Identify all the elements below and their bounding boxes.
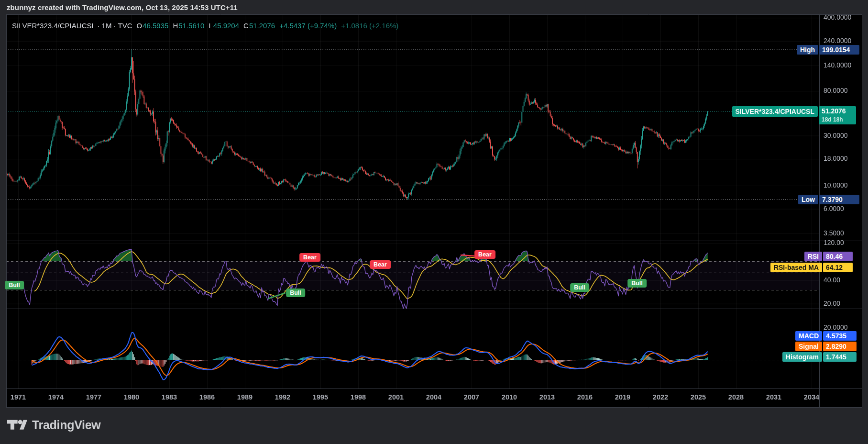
signal-tag-label: Signal	[795, 342, 822, 351]
time-tick-label: 2001	[388, 393, 404, 401]
current-price-tag: SILVER*323.4/CPIAUCSL 51.2076 18d 18h	[732, 106, 856, 124]
attribution-text: zbunnyz created with TradingView.com, Oc…	[7, 3, 238, 11]
bear-pill[interactable]: Bear	[370, 260, 391, 269]
time-tick-label: 1995	[313, 393, 328, 401]
histogram-tag-value: 1.7445	[823, 352, 857, 362]
rsi-tick-label: 40.00	[824, 276, 840, 284]
macd-tag-value: 4.5735	[823, 331, 857, 341]
price-tick-label: 140.0000	[824, 61, 851, 69]
macd-tag: MACD 4.5735	[795, 331, 857, 341]
price-tick-label: 3.5000	[824, 229, 844, 237]
rsi-ma-tag-value: 64.12	[823, 263, 853, 272]
change-absolute: +4.5437 (+9.74%)	[279, 22, 337, 30]
bull-pill[interactable]: Bull	[5, 281, 24, 289]
time-tick-label: 1980	[124, 393, 139, 401]
price-tick-label: 10.0000	[824, 181, 848, 189]
ohlc-value: 46.5935	[143, 22, 168, 30]
symbol-title[interactable]: SILVER*323.4/CPIAUCSL · 1M · TVC	[12, 22, 132, 30]
price-tick-label: 30.0000	[824, 132, 848, 139]
price-tick-label: 80.0000	[824, 87, 848, 94]
current-tag-symbol: SILVER*323.4/CPIAUCSL	[732, 106, 818, 117]
histogram-tag-label: Histogram	[782, 352, 822, 362]
time-tick-label: 2004	[426, 393, 441, 401]
time-tick-label: 2010	[502, 393, 517, 401]
tradingview-chart-page: zbunnyz created with TradingView.com, Oc…	[0, 0, 868, 444]
current-tag-value: 51.2076	[822, 107, 853, 116]
time-tick-label: 1977	[86, 393, 101, 401]
change-secondary: +1.0816 (+2.16%)	[341, 22, 398, 30]
current-tag-value-box: 51.2076 18d 18h	[819, 106, 856, 124]
ohlc-key: O	[136, 22, 142, 30]
time-tick-label: 2025	[691, 393, 706, 401]
rsi-tick-label: 20.00	[824, 300, 840, 307]
tradingview-logo-icon	[7, 418, 27, 432]
tradingview-logo[interactable]: TradingView	[7, 418, 101, 432]
price-tick-label: 18.0000	[824, 155, 848, 162]
ohlc-pair-h: H51.5610	[173, 22, 204, 30]
macd-tick-label: 20.0000	[824, 323, 848, 331]
price-tick-label: 6.0000	[824, 205, 844, 212]
low-tag-label: Low	[798, 195, 818, 204]
ohlc-key: C	[243, 22, 249, 30]
bull-pill[interactable]: Bull	[627, 279, 647, 288]
ohlc-pair-c: C51.2076	[243, 22, 275, 30]
tradingview-brand-text: TradingView	[32, 418, 101, 432]
high-tag-value: 199.0154	[819, 45, 859, 55]
high-price-tag: High 199.0154	[797, 45, 859, 55]
rsi-tag-label: RSI	[804, 252, 822, 261]
rsi-tick-label: 120.00	[824, 239, 844, 246]
signal-tag-value: 2.8290	[823, 342, 857, 351]
bull-pill[interactable]: Bull	[570, 283, 589, 292]
time-tick-label: 1989	[237, 393, 253, 401]
price-tick-label: 240.0000	[824, 37, 851, 44]
ohlc-values: O46.5935H51.5610L45.9204C51.2076	[136, 22, 275, 30]
rsi-ma-tag: RSI-based MA 64.12	[770, 263, 853, 272]
price-tick-label: 400.0000	[824, 13, 851, 21]
bear-pill[interactable]: Bear	[299, 253, 320, 262]
time-tick-label: 2013	[539, 393, 555, 401]
chart-canvas[interactable]	[0, 0, 868, 444]
time-tick-label: 1992	[275, 393, 290, 401]
low-price-tag: Low 7.3790	[798, 195, 859, 204]
bear-pill[interactable]: Bear	[474, 250, 495, 259]
bar-countdown: 18d 18h	[822, 116, 853, 124]
rsi-ma-tag-label: RSI-based MA	[770, 263, 822, 272]
rsi-tag-value: 80.46	[823, 252, 853, 261]
histogram-tag: Histogram 1.7445	[782, 352, 857, 362]
ohlc-pair-o: O46.5935	[136, 22, 168, 30]
time-tick-label: 2016	[577, 393, 593, 401]
time-tick-label: 2022	[653, 393, 668, 401]
ohlc-value: 51.2076	[249, 22, 275, 30]
time-tick-label: 2034	[804, 393, 819, 401]
time-tick-label: 1971	[11, 393, 26, 401]
bull-pill[interactable]: Bull	[286, 289, 305, 297]
macd-tag-label: MACD	[795, 331, 822, 341]
time-tick-label: 1974	[48, 393, 64, 401]
time-tick-label: 1983	[162, 393, 177, 401]
time-tick-label: 2031	[766, 393, 781, 401]
time-tick-label: 1986	[199, 393, 215, 401]
time-tick-label: 2028	[728, 393, 744, 401]
rsi-tag: RSI 80.46	[804, 252, 853, 261]
high-tag-label: High	[797, 45, 818, 55]
symbol-legend-row: SILVER*323.4/CPIAUCSL · 1M · TVC O46.593…	[12, 22, 398, 30]
ohlc-value: 51.5610	[178, 22, 204, 30]
ohlc-value: 45.9204	[213, 22, 239, 30]
time-tick-label: 1998	[351, 393, 366, 401]
time-axis[interactable]: 1971197419771980198319861989199219951998…	[6, 388, 819, 408]
ohlc-pair-l: L45.9204	[209, 22, 239, 30]
time-tick-label: 2007	[464, 393, 479, 401]
ohlc-key: H	[173, 22, 178, 30]
ohlc-key: L	[209, 22, 212, 30]
signal-tag: Signal 2.8290	[795, 342, 857, 351]
low-tag-value: 7.3790	[819, 195, 859, 204]
time-tick-label: 2019	[615, 393, 630, 401]
